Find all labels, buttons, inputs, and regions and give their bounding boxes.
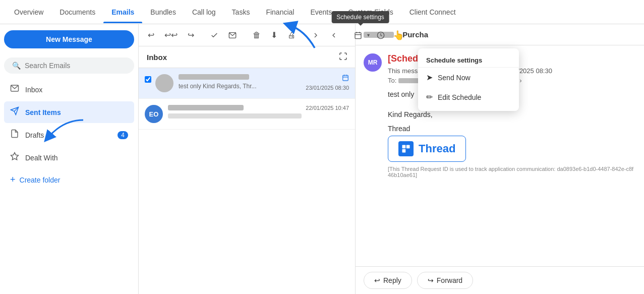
email-preview: test only Kind Regards, Thr... bbox=[179, 83, 302, 90]
email-preview bbox=[168, 113, 302, 119]
avatar: EO bbox=[145, 105, 163, 123]
send-now-label: Send Now bbox=[438, 74, 471, 82]
plus-icon: + bbox=[10, 174, 16, 185]
forward-label: Forward bbox=[437, 276, 462, 284]
drafts-icon bbox=[10, 129, 19, 141]
edit-schedule-label: Edit Schedule bbox=[438, 93, 481, 101]
forward-button[interactable]: ↪ bbox=[184, 27, 198, 43]
sidebar-drafts-label: Drafts bbox=[25, 131, 44, 139]
cursor-indicator: 👆 bbox=[393, 30, 404, 41]
email-content: test only Kind Regards, Thr... bbox=[179, 74, 302, 90]
sent-icon bbox=[10, 106, 19, 118]
schedule-settings-tooltip: Schedule settings bbox=[331, 11, 389, 23]
schedule-icon bbox=[342, 74, 349, 83]
forward-icon: ↪ bbox=[428, 276, 434, 284]
clock-button[interactable] bbox=[373, 28, 389, 42]
search-bar: 🔍 bbox=[4, 57, 134, 74]
new-message-button[interactable]: New Message bbox=[4, 30, 134, 48]
sidebar-item-dealt-with[interactable]: Dealt With bbox=[4, 147, 134, 168]
nav-bundles[interactable]: Bundles bbox=[142, 1, 184, 23]
to-label: To: bbox=[388, 77, 396, 84]
schedule-dropdown-popup: Schedule settings ➤ Send Now ✏ Edit Sche… bbox=[418, 48, 519, 111]
sender-name-blur bbox=[179, 74, 249, 80]
thread-label: Thread bbox=[388, 125, 636, 133]
sidebar-item-sent[interactable]: Sent Items bbox=[4, 101, 134, 123]
thread-section: Thread Thread bbox=[388, 125, 636, 162]
send-now-icon: ➤ bbox=[426, 73, 433, 82]
reply-icon: ↩ bbox=[374, 276, 380, 284]
email-checkbox[interactable] bbox=[145, 76, 151, 83]
svg-rect-14 bbox=[402, 145, 406, 149]
email-meta: 22/01/2025 10:47 bbox=[306, 105, 349, 111]
move-button[interactable] bbox=[308, 28, 324, 42]
reply-label: Reply bbox=[383, 276, 401, 284]
sender-avatar: MR bbox=[364, 53, 382, 72]
edit-schedule-item[interactable]: ✏ Edit Schedule bbox=[418, 87, 519, 107]
inbox-title: Inbox bbox=[147, 53, 167, 62]
email-toolbar: ↩ ↩↩ ↪ 🗑 ⬇ 🖨 bbox=[139, 24, 355, 46]
to-expand-icon[interactable]: › bbox=[519, 77, 521, 84]
tooltip-arrow bbox=[358, 23, 363, 26]
delete-button[interactable]: 🗑 bbox=[249, 28, 265, 43]
search-input[interactable] bbox=[25, 62, 126, 70]
create-folder-button[interactable]: + Create folder bbox=[4, 169, 134, 190]
forward-button[interactable]: ↪ Forward bbox=[417, 272, 473, 289]
email-content bbox=[168, 105, 302, 119]
reply-button[interactable]: ↩ Reply bbox=[364, 272, 412, 289]
sidebar-sent-label: Sent Items bbox=[25, 108, 61, 116]
email-footer: ↩ Reply ↪ Forward bbox=[356, 266, 644, 294]
sidebar-dealt-label: Dealt With bbox=[25, 154, 58, 162]
email-item[interactable]: EO 22/01/2025 10:47 bbox=[139, 99, 355, 130]
reply-back-button[interactable]: ↩ bbox=[144, 27, 158, 43]
email-time: 22/01/2025 10:47 bbox=[306, 105, 349, 111]
schedule-dropdown-toggle[interactable]: ▾ bbox=[366, 29, 371, 41]
dropdown-header: Schedule settings bbox=[418, 52, 519, 68]
svg-marker-3 bbox=[11, 153, 19, 160]
schedule-button[interactable] bbox=[350, 28, 366, 42]
thread-id: [This Thread Request ID is used to track… bbox=[388, 166, 636, 178]
thread-logo: Thread bbox=[388, 136, 466, 162]
email-item[interactable]: test only Kind Regards, Thr... 23/01/202… bbox=[139, 68, 355, 99]
svg-rect-15 bbox=[406, 145, 410, 149]
edit-schedule-icon: ✏ bbox=[426, 92, 433, 102]
thread-name: Thread bbox=[419, 142, 455, 155]
sidebar-item-inbox[interactable]: Inbox bbox=[4, 79, 134, 100]
avatar bbox=[155, 74, 173, 92]
nav-financial[interactable]: Financial bbox=[258, 1, 302, 23]
sender-name-blur bbox=[168, 105, 244, 110]
nav-client-connect[interactable]: Client Connect bbox=[401, 1, 464, 23]
nav-overview[interactable]: Overview bbox=[6, 1, 51, 23]
email-meta: 23/01/2025 08:30 bbox=[306, 74, 349, 91]
nav-tasks[interactable]: Tasks bbox=[224, 1, 258, 23]
expand-icon[interactable]: ⛶ bbox=[339, 52, 347, 62]
archive-button[interactable] bbox=[326, 28, 342, 42]
thread-icon bbox=[398, 141, 414, 156]
mark-button[interactable] bbox=[224, 28, 241, 42]
email-body-text2: Kind Regards, bbox=[388, 110, 636, 119]
sidebar-item-drafts[interactable]: Drafts 4 bbox=[4, 124, 134, 146]
send-now-item[interactable]: ➤ Send Now bbox=[418, 68, 519, 87]
schedule-btn-group: ▾ Schedule settings bbox=[350, 28, 371, 42]
mark-read-button[interactable] bbox=[206, 28, 222, 42]
nav-calllog[interactable]: Call log bbox=[184, 1, 224, 23]
drafts-badge: 4 bbox=[118, 131, 128, 139]
print-button[interactable]: 🖨 bbox=[283, 28, 300, 43]
nav-emails[interactable]: Emails bbox=[103, 1, 142, 23]
reply-all-button[interactable]: ↩↩ bbox=[160, 27, 182, 43]
email-list-header: Inbox ⛶ bbox=[139, 46, 355, 68]
nav-documents[interactable]: Documents bbox=[51, 1, 103, 23]
svg-rect-5 bbox=[355, 32, 361, 38]
search-icon: 🔍 bbox=[12, 62, 21, 70]
dealt-with-icon bbox=[10, 152, 19, 163]
svg-rect-16 bbox=[402, 149, 406, 153]
download-button[interactable]: ⬇ bbox=[267, 27, 281, 43]
sidebar-inbox-label: Inbox bbox=[25, 86, 42, 94]
inbox-icon bbox=[10, 84, 19, 95]
create-folder-label: Create folder bbox=[20, 176, 61, 184]
svg-rect-10 bbox=[343, 75, 348, 81]
email-time: 23/01/2025 08:30 bbox=[306, 85, 349, 91]
